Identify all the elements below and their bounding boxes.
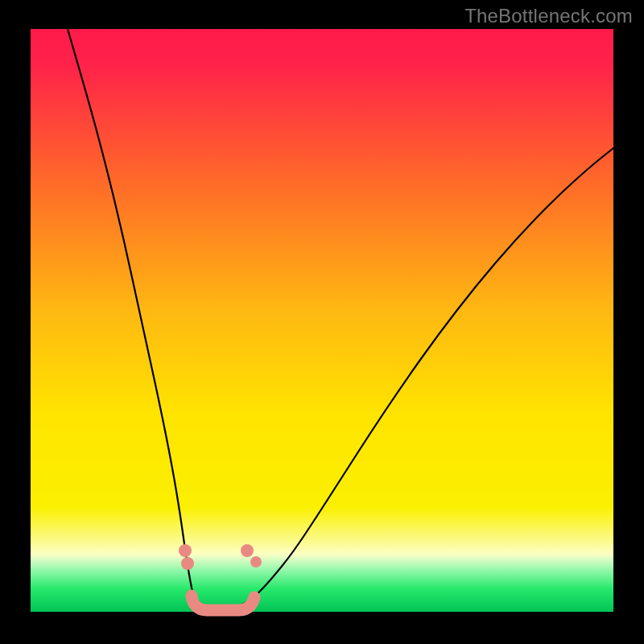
plot-background (31, 29, 613, 612)
left-dot-1 (179, 544, 192, 557)
right-dot-2 (250, 556, 262, 568)
watermark-text: TheBottleneck.com (464, 5, 633, 27)
chart-svg (0, 0, 644, 644)
left-dot-2 (181, 557, 194, 570)
right-dot-1 (241, 544, 254, 557)
chart-stage: TheBottleneck.com (0, 0, 644, 644)
